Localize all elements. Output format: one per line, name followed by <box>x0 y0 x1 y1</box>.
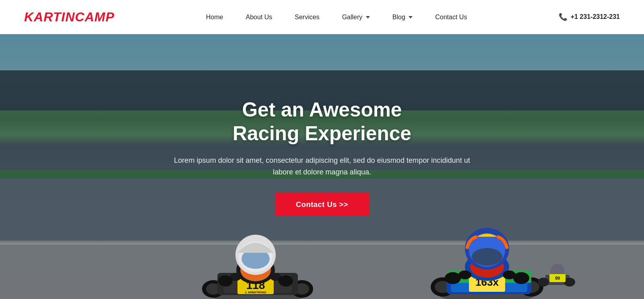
hero-subtitle: Lorem ipsum dolor sit amet, consectetur … <box>169 155 475 179</box>
gallery-dropdown-icon <box>366 16 370 18</box>
nav-link-home[interactable]: Home <box>195 0 235 34</box>
nav-item-blog[interactable]: Blog <box>381 0 424 34</box>
nav-item-gallery[interactable]: Gallery <box>331 0 381 34</box>
brand-logo[interactable]: KARTINCAMP <box>24 10 115 25</box>
blog-dropdown-icon <box>409 16 413 18</box>
nav-links: Home About Us Services Gallery Blog Cont… <box>195 0 479 34</box>
nav-link-services[interactable]: Services <box>283 0 330 34</box>
hero-content: Get an Awesome Racing Experience Lorem i… <box>169 98 475 217</box>
nav-link-about[interactable]: About Us <box>234 0 283 34</box>
nav-link-blog[interactable]: Blog <box>381 0 424 34</box>
navbar: KARTINCAMP Home About Us Services Galler… <box>0 0 644 34</box>
nav-item-about[interactable]: About Us <box>234 0 283 34</box>
hero-section: 118 J. ARMSTRONG 163x <box>0 34 644 299</box>
phone-number[interactable]: 📞 +1 231-2312-231 <box>559 13 620 21</box>
nav-link-gallery[interactable]: Gallery <box>331 0 381 34</box>
nav-link-contact[interactable]: Contact Us <box>424 0 478 34</box>
nav-item-home[interactable]: Home <box>195 0 235 34</box>
hero-cta-button[interactable]: Contact Us >> <box>275 193 369 216</box>
nav-item-services[interactable]: Services <box>283 0 330 34</box>
nav-item-contact[interactable]: Contact Us <box>424 0 478 34</box>
hero-title: Get an Awesome Racing Experience <box>169 98 475 146</box>
phone-icon: 📞 <box>559 13 568 21</box>
